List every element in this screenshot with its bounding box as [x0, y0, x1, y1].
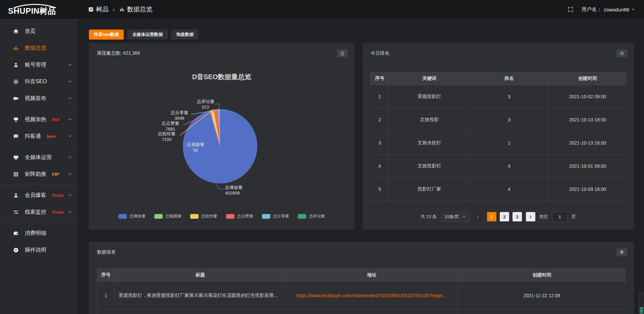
table-cell: 文旅投影 [389, 108, 470, 132]
username-label: 用户名： [582, 6, 602, 13]
question-icon: ? [13, 247, 19, 253]
legend-item-0[interactable]: 总播放量 [118, 213, 146, 219]
goto-label: 前往 [539, 214, 548, 220]
sidebar-item-consume-detail[interactable]: 消费明细 [0, 225, 78, 242]
table-cell [286, 310, 458, 314]
svg-text:?: ? [15, 248, 17, 252]
report-link[interactable]: https://www.iesdouyin.com/share/video/70… [297, 293, 447, 298]
breadcrumb-root[interactable]: 树品 [88, 5, 109, 14]
chevron-down-icon [68, 96, 72, 101]
grid-icon [13, 171, 19, 177]
sidebar-item-label: 操作说明 [25, 247, 46, 254]
floating-helper-widget[interactable] [639, 293, 644, 314]
fullscreen-icon[interactable] [568, 6, 574, 12]
sidebar-item-label: 全媒体运营 [25, 154, 52, 161]
table-header-row: 序号关键词排名创建时间 [371, 72, 627, 85]
legend-item-4[interactable]: 总分享量 [262, 213, 289, 219]
overview-title: 展现量总数: 421,369 [97, 50, 140, 56]
sidebar-menu: 首页数据总览账号管理抖音SEO视频发布视频加热Hot抖客通New全媒体运营矩阵助… [0, 19, 78, 314]
sidebar-item-account-manage[interactable]: 账号管理 [0, 56, 78, 73]
pie-label-3: 总点赞量7681 [154, 120, 186, 132]
legend-item-5[interactable]: 总评论量 [298, 213, 325, 219]
sidebar-item-operation-help[interactable]: ?操作说明 [0, 242, 78, 258]
rank-pagination: 共 23 条 10条/页 123 前往 页 [363, 212, 634, 222]
pie-label-0: 总播放量402909 [225, 185, 265, 196]
table-cell: 景观投影灯 [389, 85, 470, 108]
sidebar-item-home[interactable]: 首页 [0, 23, 78, 40]
tab-1[interactable]: 全媒体运营数据 [127, 30, 168, 40]
chat-icon [13, 133, 19, 140]
page-buttons: 123 [487, 212, 522, 221]
legend-item-2[interactable]: 总粉丝量 [190, 213, 217, 219]
tab-0[interactable]: 抖音seo数据 [89, 30, 124, 40]
table-cell [97, 310, 115, 314]
rank-panel: 今日排名 日 序号关键词排名创建时间1景观投影灯32021-10-02 09:0… [363, 43, 634, 230]
chevron-down-icon [68, 172, 72, 176]
rank-panel-title: 今日排名 [371, 50, 389, 56]
goto-page-input[interactable] [552, 212, 568, 222]
sidebar-item-matrix-boost[interactable]: 矩阵助推VIP [0, 166, 78, 182]
report-table-wrap: 序号标题地址创建时间1景观投影灯，夜游景观投影灯厂家展示展示落花灯在花园里的灯光… [97, 268, 626, 314]
sidebar-item-data-overview[interactable]: 数据总览 [0, 40, 78, 56]
legend-item-3[interactable]: 总点赞量 [226, 213, 253, 219]
sidebar-item-label: 会员爆客 [25, 192, 46, 199]
chevron-down-icon [631, 7, 635, 11]
table-cell: 3 [371, 132, 389, 155]
sidebar-item-video-publish[interactable]: 视频发布 [0, 90, 78, 107]
column-header: 排名 [470, 72, 549, 85]
sidebar-item-clue-monitor[interactable]: 线索监控Tools [0, 204, 78, 220]
report-corner-badge[interactable]: 表 [616, 248, 627, 256]
app-logo: SHUPIN树品 [0, 2, 78, 16]
legend-swatch [298, 214, 306, 219]
tab-2[interactable]: 询盘数据 [171, 30, 199, 40]
page-button-3[interactable]: 3 [513, 212, 522, 221]
sidebar-item-member-baoke[interactable]: 会员爆客Tools [0, 187, 78, 204]
legend-label: 总播放量 [129, 213, 146, 219]
page-button-2[interactable]: 2 [500, 212, 509, 221]
sidebar-item-label: 视频发布 [25, 95, 46, 102]
table-row: 5投影灯厂家42021-10-09 18:00 [371, 178, 627, 201]
user-dropdown[interactable]: 用户名： zswodun88 [582, 6, 635, 13]
legend-swatch [262, 214, 270, 219]
chevron-down-icon [68, 62, 72, 67]
sidebar-divider [0, 222, 78, 223]
sidebar-item-douyin-seo[interactable]: 抖音SEO [0, 73, 78, 90]
pie-chart-title: D音SEO数据量总览 [89, 72, 355, 82]
table-cell [389, 201, 470, 204]
table-cell [371, 201, 389, 204]
logo-arc [13, 4, 57, 8]
sidebar-item-label: 数据总览 [25, 45, 46, 52]
legend-item-1[interactable]: 总视频量 [154, 213, 181, 219]
table-cell: 景观投影灯，夜游景观投影灯厂家展示展示落花灯在花园里的灯光投影应用效果 # [115, 282, 286, 310]
breadcrumb-current[interactable]: 数据总览 [119, 5, 153, 14]
sidebar-divider [0, 185, 78, 185]
chevron-down-icon [462, 215, 466, 219]
table-cell: 3 [470, 85, 549, 108]
overview-corner-badge[interactable]: 总 [337, 49, 348, 57]
table-header-row: 序号标题地址创建时间 [97, 269, 626, 282]
page-button-1[interactable]: 1 [487, 212, 496, 221]
prev-page-button[interactable] [474, 212, 483, 221]
rank-panel-header: 今日排名 日 [363, 43, 634, 64]
table-cell [115, 310, 286, 314]
breadcrumb: 树品 > 数据总览 [88, 5, 153, 14]
legend-swatch [226, 214, 234, 219]
sidebar-item-media-operate[interactable]: 全媒体运营 [0, 149, 78, 166]
table-row: 4文旅投影灯42021-10-01 09:00 [371, 155, 627, 178]
legend-label: 总粉丝量 [201, 213, 217, 219]
table-cell: 1 [371, 85, 389, 108]
page-size-select[interactable]: 10条/页 [441, 212, 470, 222]
sidebar-item-video-heat[interactable]: 视频加热Hot [0, 111, 78, 128]
table-row: 1景观投影灯32021-10-02 09:00 [371, 85, 627, 108]
table-cell: 2021-10-13 18:00 [549, 132, 627, 155]
sidebar-item-badge: Tools [52, 193, 64, 198]
table-cell: 4 [470, 178, 549, 201]
pie-legend: 总播放量总视频量总粉丝量总点赞量总分享量总评论量 [89, 213, 355, 219]
rank-corner-badge[interactable]: 日 [616, 49, 627, 57]
person-icon [13, 192, 19, 199]
sidebar-item-douketong[interactable]: 抖客通New [0, 128, 78, 145]
table-cell: https://www.iesdouyin.com/share/video/70… [286, 282, 458, 310]
column-header: 序号 [97, 269, 115, 282]
sidebar-item-label: 抖音SEO [25, 78, 47, 85]
next-page-button[interactable] [526, 212, 535, 221]
